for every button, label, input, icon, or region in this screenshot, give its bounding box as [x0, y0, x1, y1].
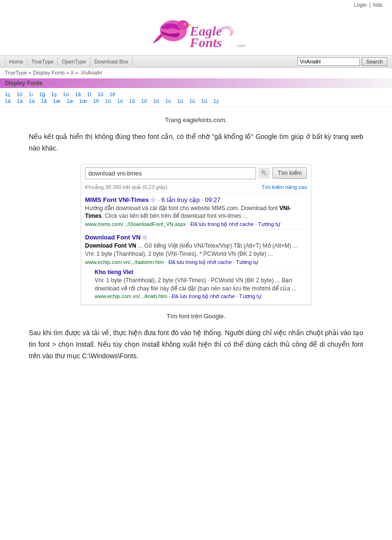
svg-text:.com: .com	[236, 43, 245, 48]
font-link[interactable]: 1û	[98, 91, 103, 97]
category-heading: Display Fonts	[0, 78, 392, 88]
font-link[interactable]: 1à	[5, 98, 11, 104]
breadcrumb-display-fonts[interactable]: Display Fonts	[33, 70, 65, 75]
nav-home[interactable]: Home	[5, 58, 27, 65]
result-2-snippet: Download Font VN ... Gõ tiếng Việt (kiểu…	[85, 242, 307, 258]
font-link[interactable]: 1û	[189, 98, 195, 104]
google-search-button[interactable]: Tìm kiếm	[272, 167, 307, 179]
svg-point-1	[177, 20, 189, 30]
font-link[interactable]: 1œ	[79, 98, 87, 104]
nav-bar: Home TrueType OpenType Download Box Sear…	[0, 55, 392, 68]
breadcrumb-truetype[interactable]: TrueType	[5, 70, 27, 75]
google-result-1: MIMS Font VNI-Times ☆ · 6 lần truy cập ·…	[81, 192, 311, 230]
google-mockup: Tìm kiếm Khoảng 39 200 kết quả (0,23 giâ…	[81, 164, 311, 305]
login-link[interactable]: Login	[354, 2, 367, 8]
nav-truetype[interactable]: TrueType	[27, 58, 58, 65]
font-link[interactable]: 1ı	[28, 91, 33, 97]
font-link[interactable]: 1ü	[201, 98, 207, 104]
breadcrumb-current: .VnArialH	[80, 70, 102, 75]
font-link[interactable]: 1ö	[16, 91, 22, 97]
search-button[interactable]: Search	[362, 57, 387, 66]
breadcrumb-sep2: »	[66, 70, 71, 75]
font-link[interactable]: 1ç	[5, 91, 11, 97]
logo-svg: Eagle Fonts .com	[146, 13, 246, 53]
top-bar: Login | Nds	[0, 0, 392, 9]
font-link[interactable]: 1ä	[29, 98, 35, 104]
result-2-title[interactable]: Download Font VN ☆	[85, 234, 307, 241]
indented-result-url: www.echip.com.vn/.../knkb.htm · Đã lưu t…	[95, 293, 307, 300]
font-link[interactable]: 1ý	[213, 98, 219, 104]
google-result-2: Download Font VN ☆ Download Font VN ... …	[81, 230, 311, 304]
font-link[interactable]: 1å	[41, 98, 47, 104]
font-link[interactable]: 1á	[17, 98, 23, 104]
paragraph-1: Nếu kết quả hiển thị không đúng theo fon…	[29, 131, 363, 154]
separator: |	[369, 2, 371, 8]
google-search-input[interactable]	[85, 167, 256, 179]
font-row-2: 1à· 1á· 1ä· 1å· 1æ· 1ø· 1œ· 1ñ· 1ò· 1ó· …	[5, 98, 387, 104]
logo-container: Eagle Fonts .com	[146, 13, 246, 53]
main-content: Trang eaglefonts.com. Nếu kết quả hiển t…	[0, 107, 392, 381]
result-2-url: www.echip.com.vn/.../tadomn.htm · Đã lưu…	[85, 259, 307, 265]
svg-point-3	[184, 24, 185, 25]
nav-downloadbox[interactable]: Download Box	[90, 58, 133, 65]
font-link[interactable]: 1ò	[105, 98, 111, 104]
font-link[interactable]: 1ø	[67, 98, 73, 104]
nds-link[interactable]: Nds	[373, 2, 382, 8]
font-link[interactable]: 1ğ	[39, 91, 45, 97]
font-link[interactable]: 1æ	[53, 98, 61, 104]
paragraph-2: Sau khi tìm được và tải về, thực hiện đư…	[29, 327, 363, 362]
font-link[interactable]: 1ö	[153, 98, 159, 104]
logo-area: Eagle Fonts .com	[0, 9, 392, 55]
breadcrumb-hash[interactable]: #	[71, 70, 74, 75]
font-link[interactable]: 1ú	[165, 98, 171, 104]
google-search-bar: Tìm kiếm	[81, 164, 311, 183]
google-caption: Tìm font trên Google.	[29, 313, 363, 320]
nav-search-area: Search	[297, 57, 387, 66]
font-link[interactable]: 1î	[87, 91, 91, 97]
result-1-snippet: Hướng dẫn download và cài đặt font cho w…	[85, 204, 307, 221]
font-link[interactable]: 1â	[75, 91, 81, 97]
font-row-1: 1ç· 1ö· 1ı· 1ğ· 1ş· 1ü· 1â· 1î· 1û· 1ê	[5, 91, 387, 98]
breadcrumb: TrueType » Display Fonts » # » .VnArialH	[0, 68, 392, 77]
font-link[interactable]: 1ê	[110, 91, 115, 97]
indented-result: Kho tieng Viet Vni: 1 byte (Thanhhoai), …	[95, 265, 307, 303]
result-1-title[interactable]: MIMS Font VNI-Times ☆ · 6 lần truy cập ·…	[85, 196, 307, 203]
nav-opentype[interactable]: OpenType	[58, 58, 90, 65]
breadcrumb-sep3: »	[75, 70, 79, 75]
indented-result-snippet: Vni: 1 byte (Thanhhoai), 2 byte (VNI-Tim…	[95, 276, 307, 293]
font-link[interactable]: 1ñ	[93, 98, 99, 104]
site-label: Trang eaglefonts.com.	[29, 116, 363, 124]
font-link[interactable]: 1ù	[177, 98, 183, 104]
google-search-icon	[259, 168, 270, 178]
google-advanced-link[interactable]: Tìm kiếm nâng cao	[262, 184, 307, 190]
font-link[interactable]: 1ü	[63, 91, 69, 97]
font-link[interactable]: 1ó	[117, 98, 123, 104]
font-grid: 1ç· 1ö· 1ı· 1ğ· 1ş· 1ü· 1â· 1î· 1û· 1ê 1…	[0, 89, 392, 107]
font-link[interactable]: 1ş	[51, 91, 57, 97]
category-label: Display Fonts	[5, 80, 43, 87]
font-link[interactable]: 1õ	[141, 98, 147, 104]
google-results-count: Khoảng 39 200 kết quả (0,23 giây) Tìm ki…	[81, 183, 311, 192]
indented-result-title[interactable]: Kho tieng Viet	[95, 269, 307, 276]
font-link[interactable]: 1ô	[129, 98, 135, 104]
search-input[interactable]	[297, 57, 360, 66]
svg-text:Fonts: Fonts	[189, 35, 222, 50]
result-1-url: www.mims.com/.../DownloadFont_VN.aspx · …	[85, 221, 307, 227]
breadcrumb-sep1: »	[28, 70, 33, 75]
